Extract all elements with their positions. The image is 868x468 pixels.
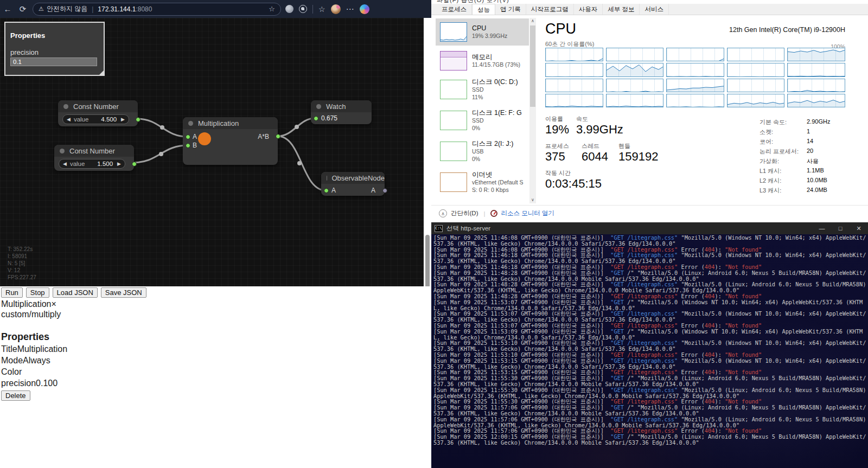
memory-thumbnail xyxy=(440,51,467,70)
node-title: Watch xyxy=(326,102,346,111)
node-title-bar[interactable]: ObservableNode xyxy=(321,172,385,184)
stepper-left-icon[interactable]: ◀ xyxy=(63,161,67,166)
scrollbar-thumb[interactable] xyxy=(530,25,535,107)
log-line: [Sun Mar 09 2025 11:46:18 GMT+0900 (대한민국… xyxy=(433,252,867,264)
scroll-down-icon[interactable]: ∨ xyxy=(529,197,536,203)
url-port[interactable]: :8080 xyxy=(136,5,152,13)
node-collapse-dot[interactable] xyxy=(60,149,65,153)
stepper-left-icon[interactable]: ◀ xyxy=(67,117,71,122)
node-collapse-dot[interactable] xyxy=(63,104,68,109)
disk2-thumbnail xyxy=(440,142,467,161)
run-button[interactable]: Run xyxy=(1,287,23,298)
node-title-bar[interactable]: Const Number xyxy=(54,145,134,157)
input-port[interactable] xyxy=(314,116,318,121)
fewer-details-button[interactable]: 간단히(D) xyxy=(451,209,478,217)
node-observable[interactable]: ObservableNode A A xyxy=(321,172,385,196)
log-line: [Sun Mar 09 2025 11:53:09 GMT+0900 (대한민국… xyxy=(433,329,867,341)
maximize-button[interactable]: □ xyxy=(831,225,850,232)
sidebar-item-memory[interactable]: 메모리 11.4/15.7GB (73%) xyxy=(436,47,529,74)
precision-input[interactable] xyxy=(10,57,97,66)
profile-avatar[interactable] xyxy=(331,4,341,14)
tab-users[interactable]: 사용자 xyxy=(574,4,603,15)
bookmark-star-icon[interactable]: ☆ xyxy=(269,5,275,13)
output-port[interactable] xyxy=(132,162,137,166)
warning-icon: ⚠ xyxy=(39,5,44,12)
stepper-value[interactable]: 4.500 xyxy=(88,116,117,123)
node-watch[interactable]: Watch 0.675 xyxy=(311,100,372,124)
tab-startup[interactable]: 시작프로그램 xyxy=(526,4,574,15)
delete-button[interactable]: Delete xyxy=(1,390,30,401)
console-title-bar[interactable]: C:\ 선택 http-server — □ ✕ xyxy=(431,222,868,234)
input-port[interactable] xyxy=(324,188,329,193)
favorites-icon[interactable]: ☆ xyxy=(318,5,326,14)
tab-performance[interactable]: 성능 xyxy=(472,4,495,15)
item-sub2: S: 0 R: 0 Kbps xyxy=(472,186,524,194)
log-line: [Sun Mar 09 2025 11:57:06 GMT+0900 (대한민국… xyxy=(433,416,867,428)
stop-button[interactable]: Stop xyxy=(26,287,49,298)
stepper-right-icon[interactable]: ▶ xyxy=(117,161,121,166)
output-port[interactable] xyxy=(276,134,280,139)
input-port-a[interactable] xyxy=(186,134,190,139)
open-resource-monitor-link[interactable]: 리소스 모니터 열기 xyxy=(501,209,554,217)
reload-icon[interactable]: ⟳ xyxy=(15,4,30,14)
node-title-bar[interactable]: Const Number xyxy=(58,100,138,112)
value-stepper[interactable]: ◀ value 1.500 ▶ xyxy=(59,159,125,169)
stepper-right-icon[interactable]: ▶ xyxy=(121,117,125,122)
output-port[interactable] xyxy=(382,188,387,193)
node-const-number-2[interactable]: Const Number ◀ value 1.500 ▶ xyxy=(54,145,134,171)
item-name: 디스크 0(C: D:) xyxy=(472,78,518,86)
back-icon[interactable]: ← xyxy=(0,4,15,14)
input-port-b[interactable] xyxy=(186,143,190,148)
copilot-icon[interactable] xyxy=(360,4,369,14)
tab-processes[interactable]: 프로세스 xyxy=(437,4,472,15)
address-bar[interactable]: ⚠ 안전하지 않음 | 172.31.144.1 :8080 ☆ xyxy=(33,3,281,16)
resource-monitor-icon xyxy=(490,210,497,217)
close-button[interactable]: ✕ xyxy=(850,225,868,232)
globe-icon[interactable] xyxy=(285,5,293,13)
tab-app-history[interactable]: 앱 기록 xyxy=(495,4,526,15)
canvas-debug-stats: T: 352.22s I: 58091 N: 5 [5] V: 12 FPS:2… xyxy=(8,246,36,281)
more-icon[interactable]: ⋯ xyxy=(346,4,354,14)
node-title: Const Number xyxy=(73,102,119,111)
sidebar-scrollbar[interactable]: ∧ ∨ xyxy=(529,18,536,203)
sidebar-item-ethernet[interactable]: 이더넷 vEthernet (Default S S: 0 R: 0 Kbps xyxy=(436,169,529,196)
save-json-button[interactable]: Save JSON xyxy=(101,287,146,298)
litegraph-canvas[interactable]: Const Number ◀ value 4.500 ▶ Const Numbe… xyxy=(0,18,424,286)
scroll-up-icon[interactable]: ∧ xyxy=(529,18,536,24)
sidebar-item-disk2[interactable]: 디스크 2(I: J:) USB 0% xyxy=(436,138,529,165)
sidebar-item-disk0[interactable]: 디스크 0(C: D:) SSD 11% xyxy=(436,76,529,103)
cores-value: 14 xyxy=(807,138,813,144)
node-multiplication[interactable]: Multiplication A B A*B xyxy=(183,117,278,165)
tab-details[interactable]: 세부 정보 xyxy=(603,4,640,15)
minimize-button[interactable]: — xyxy=(813,225,831,232)
load-json-button[interactable]: Load JSON xyxy=(53,287,98,298)
item-sub: SSD xyxy=(472,86,518,93)
item-name: 메모리 xyxy=(472,53,520,61)
node-const-number-1[interactable]: Const Number ◀ value 4.500 ▶ xyxy=(58,100,138,126)
value-stepper[interactable]: ◀ value 4.500 ▶ xyxy=(62,114,129,124)
task-manager-window: 파일(F) 옵션(O) 보기(V) 프로세스 성능 앱 기록 시작프로그램 사용… xyxy=(431,0,868,221)
node-collapse-dot[interactable] xyxy=(188,121,193,126)
handles-value: 159192 xyxy=(618,150,658,164)
deselect-button[interactable]: × xyxy=(51,299,56,309)
extensions-icon[interactable] xyxy=(299,5,307,13)
console-log-output[interactable]: [Sun Mar 09 2025 11:46:08 GMT+0900 (대한민국… xyxy=(431,234,868,468)
page-controls: Run Stop Load JSON Save JSON Multiplicat… xyxy=(0,286,431,468)
handles-label: 핸들 xyxy=(618,142,630,150)
l2-cache-label: L2 캐시: xyxy=(760,177,781,185)
output-port[interactable] xyxy=(136,117,141,122)
sidebar-item-disk1[interactable]: 디스크 1(E: F: G SSD 0% xyxy=(436,107,529,134)
sidebar-item-cpu[interactable]: CPU 19% 3.99GHz xyxy=(436,18,529,46)
node-title-bar[interactable]: Multiplication xyxy=(183,117,278,129)
url-host[interactable]: 172.31.144.1 xyxy=(98,5,136,13)
disk1-thumbnail xyxy=(440,111,467,130)
node-collapse-dot[interactable] xyxy=(316,104,321,109)
collapse-chevron-icon[interactable]: ∧ xyxy=(439,209,447,217)
security-label[interactable]: 안전하지 않음 xyxy=(47,4,87,14)
per-core-graphs xyxy=(545,48,845,107)
node-title-bar[interactable]: Watch xyxy=(311,100,372,112)
log-line: [Sun Mar 09 2025 12:00:15 GMT+0900 (대한민국… xyxy=(433,434,867,446)
tab-services[interactable]: 서비스 xyxy=(640,4,669,15)
stepper-value[interactable]: 1.500 xyxy=(85,161,113,167)
resize-handle[interactable] xyxy=(99,70,104,75)
